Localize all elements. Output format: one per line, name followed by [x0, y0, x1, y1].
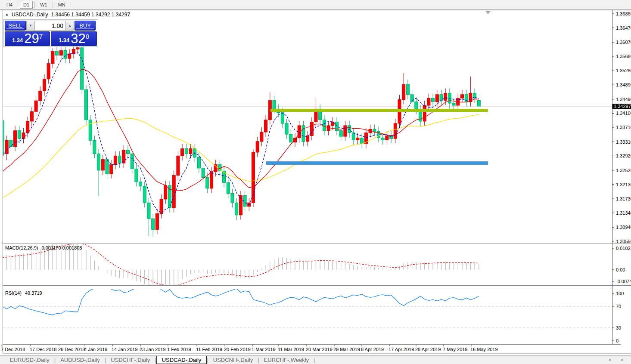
candle-bullish	[314, 98, 317, 126]
candle-body	[34, 101, 37, 111]
sell-price-box[interactable]: 1.34 29 7	[5, 31, 50, 46]
candles-layer	[1, 43, 481, 237]
candle-bullish	[385, 131, 389, 145]
candle-bullish	[252, 149, 255, 207]
chart-shift-marker-icon[interactable]	[485, 11, 491, 14]
date-axis-label: 16 May 2019	[470, 347, 498, 352]
candle-bearish	[452, 99, 455, 110]
candle-body	[273, 100, 276, 109]
candle-body	[164, 185, 167, 199]
buy-price-big: 32	[71, 33, 85, 45]
candle-bullish	[402, 73, 405, 104]
rsi-axis-label: 0	[616, 338, 619, 343]
sell-price-base: 1.34	[12, 37, 23, 43]
candle-body	[26, 121, 29, 133]
candle-bullish	[30, 107, 33, 126]
price-axis-label: 1.30940	[616, 225, 631, 230]
volume-down-icon: ▼	[29, 24, 32, 28]
candle-bullish	[172, 171, 175, 213]
candle-body	[139, 182, 142, 186]
trade-panel-price-row: 1.34 29 7 1.34 32 0	[4, 31, 97, 46]
date-axis-label: 29 Mar 2019	[333, 347, 360, 352]
current-price-badge: 1.34297	[612, 104, 631, 109]
candle-body	[302, 126, 305, 142]
macd-current-values: 0.001170 0.001808	[41, 245, 82, 250]
date-axis-label: 7 May 2019	[443, 347, 467, 352]
tab-usdcad[interactable]: USDCAD-,Daily	[156, 356, 207, 364]
candle-bearish	[231, 189, 234, 208]
sell-price-big: 29	[24, 33, 39, 45]
candle-body	[260, 132, 263, 142]
candle-bearish	[97, 149, 100, 196]
candle-bullish	[22, 128, 25, 143]
buy-button[interactable]: BUY	[75, 21, 96, 31]
macd-axis-label: 0.010229	[616, 246, 631, 251]
candle-bullish	[26, 117, 29, 138]
candle-bearish	[147, 198, 150, 236]
candle-bullish	[68, 49, 71, 63]
tab-eurusd[interactable]: EURUSD-,Daily	[5, 357, 54, 363]
buy-button-label: BUY	[79, 22, 91, 29]
macd-name: MACD(12,26,9)	[5, 245, 38, 250]
candle-body	[210, 172, 213, 188]
sell-button[interactable]: SELL	[5, 21, 26, 31]
resistance-zone-line	[270, 109, 488, 112]
candle-bearish	[235, 198, 238, 220]
candle-bullish	[164, 181, 167, 204]
candle-body	[214, 164, 217, 172]
tab-eurchf[interactable]: EURCHF-,Weekly	[259, 357, 314, 363]
chart-canvas[interactable]	[0, 0, 631, 364]
candle-body	[410, 95, 413, 102]
candle-bullish	[294, 133, 297, 147]
candle-bullish	[394, 119, 397, 143]
volume-increase-button[interactable]: ▲	[65, 21, 74, 31]
candle-body	[323, 120, 326, 130]
candle-bearish	[390, 131, 393, 143]
candle-bearish	[93, 136, 96, 158]
tab-scroll-arrows-icon[interactable]: ◄ ►	[608, 358, 628, 362]
candle-bearish	[223, 167, 226, 188]
candle-body	[197, 157, 200, 168]
price-axis-label: 1.34890	[616, 82, 631, 87]
candle-body	[189, 149, 192, 154]
sell-price-pip: 7	[39, 33, 43, 40]
rsi-axis-label: 30	[616, 325, 621, 330]
candle-body	[227, 182, 230, 193]
candle-body	[47, 64, 50, 79]
candle-body	[256, 142, 259, 152]
candle-bearish	[81, 43, 84, 95]
trade-panel-top-row: SELL ▼ 1.00 ▲ BUY	[4, 20, 97, 31]
collapse-icon[interactable]: ▲	[5, 12, 9, 16]
candle-body	[76, 48, 79, 49]
volume-input[interactable]: 1.00	[35, 21, 65, 31]
macd-axis-label: -0.007477	[616, 279, 631, 284]
candle-body	[336, 122, 339, 131]
rsi-current-value: 49.3719	[25, 290, 42, 296]
volume-decrease-button[interactable]: ▼	[26, 21, 35, 31]
candle-bearish	[135, 164, 138, 187]
candle-body	[402, 84, 405, 99]
tab-usdchf[interactable]: USDCHF-,Daily	[106, 357, 155, 363]
tab-usdcnh[interactable]: USDCNH-,Daily	[208, 357, 258, 363]
buy-price-box[interactable]: 1.34 32 0	[51, 31, 97, 46]
candle-bullish	[364, 128, 367, 148]
candle-body	[289, 134, 292, 142]
buy-button-underline	[76, 28, 93, 29]
rsi-name: RSI(14)	[5, 290, 22, 296]
buy-price-base: 1.34	[59, 37, 69, 43]
candle-bullish	[5, 136, 8, 160]
candle-body	[423, 105, 426, 121]
date-axis-label: 20 Feb 2019	[224, 347, 251, 352]
candle-body	[143, 186, 146, 203]
tab-audusd[interactable]: AUDUSD-,Daily	[56, 357, 105, 363]
candle-bullish	[155, 209, 159, 234]
price-axis-label: 1.33310	[616, 139, 631, 145]
date-axis-label: 26 Dec 2018	[58, 347, 85, 352]
chart-tab-bar: EURUSD-,Daily|AUDUSD-,Daily|USDCHF-,Dail…	[0, 355, 631, 364]
candle-bullish	[47, 59, 50, 84]
candle-bearish	[139, 177, 142, 191]
candle-body	[18, 131, 21, 139]
candle-body	[440, 95, 443, 100]
candle-bearish	[419, 105, 422, 126]
sell-button-label: SELL	[9, 22, 22, 29]
